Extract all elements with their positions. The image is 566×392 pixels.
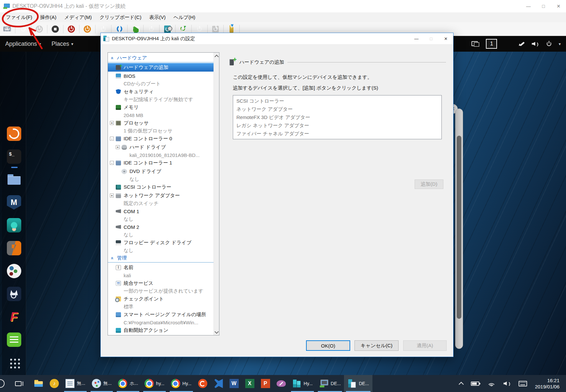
- device-list-item[interactable]: RemoteFX 3D ビデオ アダプター: [236, 113, 441, 122]
- toolbar-button-icon[interactable]: [18, 24, 28, 34]
- toolbar-button-icon[interactable]: [34, 24, 44, 34]
- device-list-item[interactable]: SCSI コントローラー: [236, 97, 441, 105]
- close-button[interactable]: ✕: [551, 0, 566, 12]
- taskbar-app[interactable]: [31, 375, 46, 392]
- tree-item[interactable]: BIOS: [108, 72, 214, 80]
- tree-item[interactable]: SCSI コントローラー: [108, 183, 214, 191]
- tree-item[interactable]: - IDE コントローラー 1: [108, 159, 214, 167]
- toolbar-button-icon[interactable]: [50, 24, 60, 34]
- tree-item[interactable]: メモリ: [108, 103, 214, 111]
- taskbar-app[interactable]: DE...: [316, 375, 344, 392]
- taskbar-app[interactable]: ♪: [46, 375, 62, 392]
- tree-expander[interactable]: +: [110, 121, 114, 125]
- speaker-icon[interactable]: [504, 381, 511, 386]
- taskbar-app[interactable]: 無...: [89, 375, 115, 392]
- dock-item[interactable]: $_: [7, 149, 22, 164]
- show-hidden-icons-icon[interactable]: [459, 382, 464, 387]
- taskbar-app[interactable]: Hy...: [168, 375, 195, 392]
- applications-menu[interactable]: Applications ▾: [0, 36, 46, 52]
- tree-item[interactable]: 名前: [108, 263, 214, 272]
- scrollbar[interactable]: [455, 109, 463, 349]
- tree-item[interactable]: - IDE コントローラー 0: [108, 134, 214, 143]
- minimize-button[interactable]: ―: [409, 33, 424, 44]
- taskbar-app[interactable]: [195, 375, 211, 392]
- tree-item[interactable]: + ネットワーク アダプター: [108, 191, 214, 200]
- device-list-item[interactable]: ネットワーク アダプター: [236, 105, 441, 113]
- power-icon[interactable]: [546, 41, 552, 47]
- search-circle-icon[interactable]: [0, 379, 5, 388]
- places-menu[interactable]: Places ▾: [46, 36, 79, 52]
- tree-item[interactable]: ハードウェアの追加: [108, 63, 214, 72]
- tree-expander[interactable]: +: [110, 194, 114, 197]
- taskbar-app[interactable]: [273, 375, 289, 392]
- dock-item[interactable]: F: [7, 309, 22, 324]
- dock-item[interactable]: [7, 218, 22, 233]
- tablet-pen-icon[interactable]: [519, 41, 525, 47]
- ime-keyboard-icon[interactable]: [519, 381, 527, 386]
- toolbar-button-icon[interactable]: [82, 24, 93, 34]
- tree-item[interactable]: + ハード ドライブ: [108, 143, 214, 151]
- taskbar-app[interactable]: 無...: [62, 375, 89, 392]
- tree-item[interactable]: フロッピー ディスク ドライブ: [108, 238, 214, 247]
- taskbar-app[interactable]: X: [242, 375, 258, 392]
- dock-item[interactable]: [7, 241, 22, 256]
- menu-item[interactable]: 操作(A): [36, 13, 60, 22]
- dock-item[interactable]: [7, 355, 22, 370]
- task-view-button[interactable]: [10, 375, 26, 392]
- scroll-up-icon[interactable]: [215, 54, 218, 58]
- menu-item[interactable]: クリップボード(C): [95, 13, 145, 22]
- tree-item[interactable]: COM 1: [108, 207, 214, 215]
- wifi-icon[interactable]: [487, 381, 496, 386]
- taskbar-app[interactable]: DE...: [344, 375, 372, 392]
- tree-item[interactable]: 統合サービス: [108, 279, 214, 287]
- minimize-button[interactable]: ―: [521, 0, 536, 12]
- tree-item[interactable]: スマート ページング ファイルの場所: [108, 310, 214, 319]
- menu-item[interactable]: 表示(V): [145, 13, 169, 22]
- taskbar-app[interactable]: ホ...: [115, 375, 141, 392]
- device-list-item[interactable]: レガシ ネットワーク アダプター: [236, 122, 441, 130]
- tree-section-header[interactable]: « ハードウェア: [108, 54, 214, 62]
- menu-item[interactable]: ファイル(F): [2, 13, 36, 22]
- tree-expander[interactable]: +: [116, 145, 120, 149]
- tree-item[interactable]: COM 2: [108, 223, 214, 231]
- taskbar-app-icon: [214, 379, 223, 388]
- maximize-button[interactable]: □: [536, 0, 551, 12]
- device-listbox[interactable]: SCSI コントローラーネットワーク アダプターRemoteFX 3D ビデオ …: [233, 95, 442, 139]
- taskbar-app[interactable]: hy...: [141, 375, 167, 392]
- tree-scrollbar[interactable]: [214, 53, 219, 335]
- tree-item[interactable]: セキュリティ: [108, 87, 214, 96]
- tree-expander[interactable]: -: [110, 137, 114, 141]
- dock-item[interactable]: M: [7, 195, 22, 210]
- taskbar-app[interactable]: [211, 375, 226, 392]
- device-list-item[interactable]: ファイバー チャネル アダプター: [236, 130, 441, 138]
- tree-expander[interactable]: -: [110, 161, 114, 165]
- dock-item[interactable]: [7, 264, 22, 279]
- dock-item[interactable]: [7, 172, 22, 187]
- tree-item[interactable]: 自動開始アクション: [108, 326, 214, 334]
- close-button[interactable]: ✕: [438, 33, 453, 44]
- workspace-indicator[interactable]: 1: [486, 39, 497, 49]
- toolbar-button-icon[interactable]: [66, 24, 77, 34]
- taskbar-clock[interactable]: 16:21 2019/01/06: [535, 377, 561, 390]
- menu-item[interactable]: メディア(M): [60, 13, 96, 22]
- scroll-down-icon[interactable]: [215, 330, 218, 333]
- displays-icon[interactable]: [472, 41, 479, 47]
- dock-item[interactable]: [7, 332, 22, 347]
- menu-item[interactable]: ヘルプ(H): [169, 13, 199, 22]
- taskbar-app[interactable]: W: [226, 375, 242, 392]
- taskbar-app[interactable]: Hy...: [289, 375, 316, 392]
- taskbar-app[interactable]: P: [258, 375, 273, 392]
- dock-item[interactable]: [7, 126, 22, 141]
- tree-item[interactable]: DVD ドライブ: [108, 167, 214, 176]
- volume-icon[interactable]: [532, 41, 540, 47]
- scrollbar-thumb[interactable]: [457, 136, 461, 319]
- chevron-down-icon[interactable]: ▾: [558, 42, 561, 46]
- battery-icon[interactable]: [471, 382, 479, 386]
- ok-button[interactable]: OK(O): [306, 340, 350, 351]
- cancel-button[interactable]: キャンセル(C): [354, 340, 399, 351]
- dock-item[interactable]: [7, 286, 22, 301]
- tree-item[interactable]: + プロセッサ: [108, 119, 214, 127]
- tree-item[interactable]: チェックポイント: [108, 295, 214, 303]
- tree-section-header[interactable]: « 管理: [108, 254, 214, 263]
- toolbar-button-icon[interactable]: [2, 24, 12, 34]
